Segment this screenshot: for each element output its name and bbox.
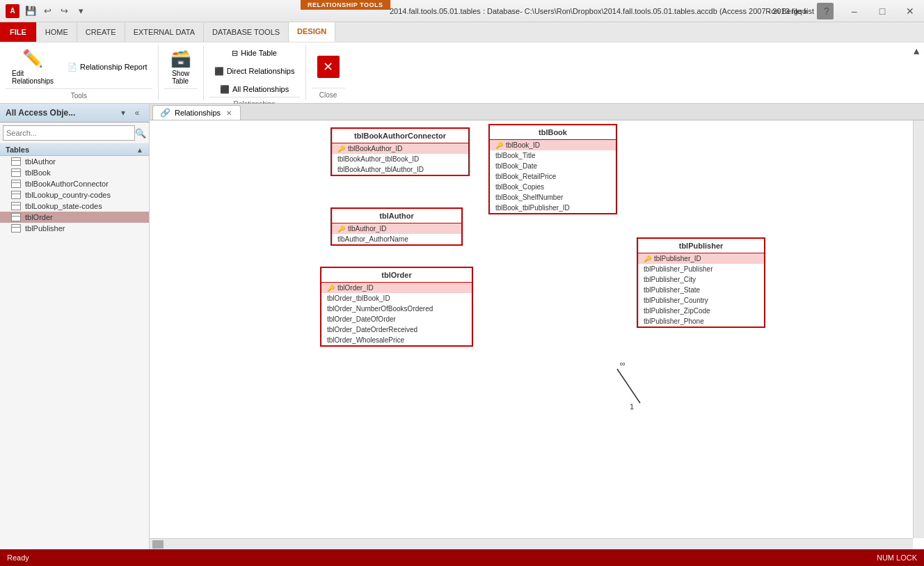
show-table-button[interactable]: 🗃️ ShowTable <box>164 45 198 88</box>
ribbon-content: ✏️ EditRelationships 📄 Relationship Repo… <box>0 42 924 103</box>
field-tblPublisher_ZipCode: tblPublisher_ZipCode <box>638 306 764 316</box>
maximize-button[interactable]: □ <box>868 0 896 22</box>
field-tblBook_ID: 🔑 tblBook_ID <box>490 140 616 150</box>
svg-line-0 <box>617 369 640 403</box>
tab-create[interactable]: CREATE <box>77 22 125 42</box>
tab-external-data[interactable]: EXTERNAL DATA <box>125 22 204 42</box>
nav-item-label: tblLookup_state-codes <box>25 202 102 210</box>
field-tblPublisher_Phone: tblPublisher_Phone <box>638 316 764 327</box>
table-icon <box>11 168 21 177</box>
field-tblBookAuthor_tblAuthor_ID: tblBookAuthor_tblAuthor_ID <box>332 164 468 175</box>
nav-items: tblAuthor tblBook tblBookAuthorConnector… <box>0 156 149 234</box>
tab-label: Relationships <box>175 109 221 117</box>
nav-search: 🔍 <box>0 123 149 144</box>
nav-item-label: tblBook <box>25 168 51 177</box>
table-tblPublisher[interactable]: tblPublisher 🔑 tblPublisher_ID tblPublis… <box>637 237 765 328</box>
horizontal-scrollbar[interactable] <box>150 538 913 549</box>
close-buttons: ✕ <box>312 45 345 88</box>
nav-item-label: tblPublisher <box>25 224 65 233</box>
hide-table-icon: ⊟ <box>232 49 238 58</box>
nav-item-label: tblLookup_country-codes <box>25 191 111 199</box>
hide-table-button[interactable]: ⊟ Hide Table <box>227 45 282 61</box>
undo-qat-button[interactable]: ↩ <box>40 4 54 18</box>
nav-item-tblLookup-country-codes[interactable]: tblLookup_country-codes <box>0 189 149 201</box>
hide-table-label: Hide Table <box>241 49 277 57</box>
tab-file[interactable]: FILE <box>0 22 37 42</box>
nav-item-tblLookup-state-codes[interactable]: tblLookup_state-codes <box>0 201 149 212</box>
nav-item-tblPublisher[interactable]: tblPublisher <box>0 223 149 234</box>
close-ribbon-button[interactable]: ✕ <box>317 56 340 78</box>
tools-group-label: Tools <box>6 88 152 101</box>
field-tblOrder_ID: 🔑 tblOrder_ID <box>321 283 472 293</box>
tab-bar: 🔗 Relationships ✕ <box>150 104 924 120</box>
table-tblBookAuthorConnector[interactable]: tblBookAuthorConnector 🔑 tblBookAuthor_I… <box>330 127 470 176</box>
ribbon-group-relationships: ⊟ Hide Table ⬛ Direct Relationships ⬛ Al… <box>204 45 306 100</box>
ribbon-tools-label: RELATIONSHIP TOOLS <box>301 0 390 10</box>
tab-home[interactable]: HOME <box>37 22 77 42</box>
ribbon-group-tools: ✏️ EditRelationships 📄 Relationship Repo… <box>0 45 159 100</box>
pk-icon: 🔑 <box>495 142 503 149</box>
field-tblBook_Copies: tblBook_Copies <box>490 182 616 192</box>
tab-relationships-icon: 🔗 <box>160 108 170 118</box>
relationship-report-button[interactable]: 📄 Relationship Report <box>63 59 152 74</box>
show-table-label: ShowTable <box>172 70 189 85</box>
edit-relationships-button[interactable]: ✏️ EditRelationships <box>6 45 60 88</box>
table-tblOrder[interactable]: tblOrder 🔑 tblOrder_ID tblOrder_tblBook_… <box>320 267 473 347</box>
customize-qat-button[interactable]: ▾ <box>74 4 88 18</box>
nav-item-tblOrder[interactable]: tblOrder <box>0 212 149 223</box>
help-button[interactable]: ? <box>813 0 841 22</box>
nav-item-tblBookAuthorConnector[interactable]: tblBookAuthorConnector <box>0 178 149 189</box>
pk-icon: 🔑 <box>644 256 651 262</box>
pk-icon: 🔑 <box>337 226 345 233</box>
relationships-tab[interactable]: 🔗 Relationships ✕ <box>152 105 241 120</box>
relationship-canvas[interactable]: ∞ 1 tblBookAuthorConnector 🔑 tblBookAuth… <box>150 120 924 549</box>
search-button[interactable]: 🔍 <box>135 128 146 139</box>
tab-close-icon[interactable]: ✕ <box>225 109 233 117</box>
user-name: Ron Bergquist <box>765 7 814 15</box>
table-fields-tblBook: 🔑 tblBook_ID tblBook_Title tblBook_Date … <box>490 140 616 213</box>
field-tlbAuthor_AuthorName: tlbAuthor_AuthorName <box>332 234 461 244</box>
ribbon-collapse-button[interactable]: ▲ <box>911 45 921 56</box>
table-tblBook[interactable]: tblBook 🔑 tblBook_ID tblBook_Title tblBo… <box>488 124 617 214</box>
redo-qat-button[interactable]: ↪ <box>57 4 71 18</box>
field-tblBook_tblPublisher_ID: tblBook_tblPublisher_ID <box>490 203 616 213</box>
nav-section-tables[interactable]: Tables ▲ <box>0 144 149 156</box>
title-bar: A 💾 ↩ ↪ ▾ RELATIONSHIP TOOLS 2014.fall.t… <box>0 0 924 22</box>
field-tblBook_Title: tblBook_Title <box>490 150 616 161</box>
all-relationships-button[interactable]: ⬛ All Relationships <box>215 81 294 97</box>
table-header-tblAuthor: tblAuthor <box>332 209 461 223</box>
all-relationships-label: All Relationships <box>232 85 289 93</box>
main-layout: All Access Obje... ▾ « 🔍 Tables ▲ tblAut… <box>0 104 924 549</box>
field-tblBook_Date: tblBook_Date <box>490 161 616 171</box>
nav-menu-button[interactable]: ▾ <box>117 107 129 119</box>
nav-item-tblBook[interactable]: tblBook <box>0 167 149 178</box>
save-qat-button[interactable]: 💾 <box>24 4 38 18</box>
edit-relationships-icon: ✏️ <box>22 49 43 68</box>
navigation-pane: All Access Obje... ▾ « 🔍 Tables ▲ tblAut… <box>0 104 150 549</box>
nav-item-label: tblAuthor <box>25 157 56 166</box>
table-icon <box>11 213 21 221</box>
nav-item-tblAuthor[interactable]: tblAuthor <box>0 156 149 167</box>
window-controls: ? – □ ✕ <box>813 0 924 22</box>
tab-design[interactable]: DESIGN <box>289 22 335 42</box>
field-tblPublisher_Publisher: tblPublisher_Publisher <box>638 264 764 274</box>
search-input[interactable] <box>3 125 135 141</box>
tools-buttons: ✏️ EditRelationships 📄 Relationship Repo… <box>6 45 152 88</box>
table-fields-tblPublisher: 🔑 tblPublisher_ID tblPublisher_Publisher… <box>638 253 764 327</box>
minimize-button[interactable]: – <box>841 0 868 22</box>
table-fields-tblOrder: 🔑 tblOrder_ID tblOrder_tblBook_ID tblOrd… <box>321 283 472 345</box>
table-fields-tblAuthor: 🔑 tlbAuthor_ID tlbAuthor_AuthorName <box>332 223 461 244</box>
tab-database-tools[interactable]: DATABASE TOOLS <box>204 22 289 42</box>
table-header-tblBook: tblBook <box>490 125 616 140</box>
ribbon-group-show-table: 🗃️ ShowTable <box>159 45 204 100</box>
field-tblOrder_DateOfOrder: tblOrder_DateOfOrder <box>321 314 472 324</box>
close-button[interactable]: ✕ <box>896 0 924 22</box>
quick-access-toolbar: 💾 ↩ ↪ ▾ <box>24 4 88 18</box>
nav-collapse-button[interactable]: « <box>131 107 143 119</box>
table-tblAuthor[interactable]: tblAuthor 🔑 tlbAuthor_ID tlbAuthor_Autho… <box>330 207 463 246</box>
direct-relationships-label: Direct Relationships <box>227 67 295 75</box>
show-table-icon: 🗃️ <box>170 49 191 68</box>
vertical-scrollbar[interactable] <box>913 120 924 538</box>
direct-relationships-button[interactable]: ⬛ Direct Relationships <box>209 63 300 79</box>
field-tblBook_RetailPrice: tblBook_RetailPrice <box>490 171 616 182</box>
